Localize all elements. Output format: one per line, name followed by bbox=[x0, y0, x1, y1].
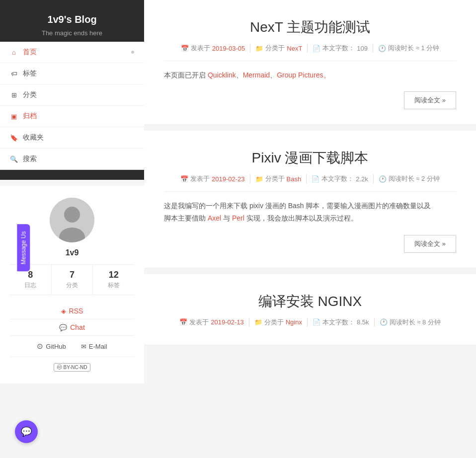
category-link-2[interactable]: Bash bbox=[287, 175, 302, 183]
wordcount-value-2: 2.2k bbox=[356, 175, 368, 183]
nav-label-bookmarks: 收藏夹 bbox=[23, 133, 44, 142]
search-icon: 🔍 bbox=[10, 155, 18, 163]
calendar-icon-1: 📅 bbox=[181, 45, 189, 52]
folder-icon-3: 📁 bbox=[254, 318, 262, 326]
nav-label-search: 搜索 bbox=[23, 154, 37, 163]
read-more-container-1: 阅读全文 » bbox=[164, 91, 456, 109]
date-link-2[interactable]: 2019-02-23 bbox=[212, 175, 245, 183]
calendar-icon-2: 📅 bbox=[180, 175, 188, 183]
svg-point-1 bbox=[64, 207, 80, 223]
post-wordcount-3: 📄 本文字数： 8.5k bbox=[308, 318, 375, 327]
perl-link[interactable]: Perl bbox=[232, 214, 244, 222]
nav-label-categories: 分类 bbox=[23, 90, 37, 99]
category-label-1: 分类于 bbox=[265, 44, 285, 53]
quicklink-link[interactable]: Quicklink bbox=[208, 71, 236, 79]
nav-label-home: 首页 bbox=[23, 48, 37, 57]
post-category-1: 📁 分类于 NexT bbox=[250, 44, 308, 53]
nav-item-tags[interactable]: 🏷 标签 bbox=[0, 63, 144, 84]
social-links: ⊙ GitHub ✉ E-Mail bbox=[10, 336, 134, 357]
axel-link[interactable]: Axel bbox=[208, 214, 221, 222]
date-link-3[interactable]: 2019-02-13 bbox=[211, 318, 244, 326]
grid-icon: ⊞ bbox=[10, 91, 18, 99]
date-label-1: 发表于 bbox=[191, 44, 210, 53]
stat-tags-number: 12 bbox=[93, 270, 134, 280]
post-meta-3: 📅 发表于 2019-02-13 📁 分类于 Nginx 📄 本文字数： 8.5… bbox=[164, 318, 456, 327]
stat-tags: 12 标签 bbox=[93, 265, 134, 295]
post-date-2: 📅 发表于 2019-02-23 bbox=[175, 174, 250, 183]
post-readtime-1: 🕐 阅读时长 ≈ 1 分钟 bbox=[373, 44, 444, 53]
bookmark-icon: 🔖 bbox=[10, 134, 18, 142]
blog-title: 1v9's Blog bbox=[10, 14, 134, 25]
stat-categories: 7 分类 bbox=[52, 265, 93, 295]
read-more-btn-1[interactable]: 阅读全文 » bbox=[404, 91, 456, 109]
post-meta-2: 📅 发表于 2019-02-23 📁 分类于 Bash 📄 本文字数： 2.2k… bbox=[164, 174, 456, 183]
post-readtime-3: 🕐 阅读时长 ≈ 8 分钟 bbox=[375, 318, 446, 327]
separator-2 bbox=[164, 191, 456, 192]
grouppictures-link[interactable]: Group Pictures。 bbox=[277, 71, 330, 79]
archive-icon: ▣ bbox=[10, 112, 18, 120]
post-readtime-2: 🕐 阅读时长 ≈ 2 分钟 bbox=[374, 174, 445, 183]
chat-bubble-icon: 💬 bbox=[21, 426, 32, 437]
rss-label: RSS bbox=[69, 307, 83, 315]
profile-card: 1v9 8 日志 7 分类 12 标签 ◈ RSS 💬 Chat bbox=[0, 186, 144, 383]
message-us-tab[interactable]: Message Us bbox=[17, 225, 30, 272]
avatar bbox=[50, 198, 94, 242]
clock-icon-2: 🕐 bbox=[379, 175, 387, 183]
nav-card: 1v9's Blog The magic ends here 首页 🏷 标签 ⊞ bbox=[0, 0, 144, 180]
email-label: E-Mail bbox=[89, 343, 107, 350]
nav-label-tags: 标签 bbox=[23, 69, 37, 78]
nav-label-archives: 归档 bbox=[23, 112, 37, 121]
github-label: GitHub bbox=[46, 343, 66, 350]
home-icon bbox=[10, 48, 18, 56]
chat-icon: 💬 bbox=[59, 324, 67, 331]
post-card-2: Pixiv 漫画下载脚本 📅 发表于 2019-02-23 📁 分类于 Bash… bbox=[144, 131, 476, 268]
doc-icon-1: 📄 bbox=[313, 45, 320, 52]
readtime-value-1: 阅读时长 ≈ 1 分钟 bbox=[388, 44, 439, 53]
category-link-3[interactable]: Nginx bbox=[286, 318, 302, 326]
rss-icon: ◈ bbox=[61, 307, 66, 315]
post-meta-1: 📅 发表于 2019-03-05 📁 分类于 NexT 📄 本文字数： 109 … bbox=[164, 44, 456, 53]
license-area: 🅭 BY-NC-ND bbox=[10, 357, 134, 374]
nav-item-categories[interactable]: ⊞ 分类 bbox=[0, 84, 144, 106]
stat-posts-label: 日志 bbox=[10, 281, 51, 290]
tag-icon: 🏷 bbox=[10, 70, 18, 77]
license-badge: 🅭 BY-NC-ND bbox=[54, 363, 91, 372]
chat-link[interactable]: 💬 Chat bbox=[10, 319, 134, 336]
github-icon: ⊙ bbox=[37, 342, 43, 351]
chat-label: Chat bbox=[70, 323, 85, 331]
post-card-3: 编译安装 NGINX 📅 发表于 2019-02-13 📁 分类于 Nginx … bbox=[144, 274, 476, 345]
stat-categories-label: 分类 bbox=[52, 281, 93, 290]
post-category-3: 📁 分类于 Nginx bbox=[249, 318, 308, 327]
post-wordcount-2: 📄 本文字数： 2.2k bbox=[307, 174, 374, 183]
category-link-1[interactable]: NexT bbox=[287, 45, 302, 52]
clock-icon-1: 🕐 bbox=[378, 45, 386, 52]
separator-1 bbox=[164, 61, 456, 61]
read-more-container-2: 阅读全文 » bbox=[164, 235, 456, 253]
nav-item-bookmarks[interactable]: 🔖 收藏夹 bbox=[0, 127, 144, 149]
chat-bubble-button[interactable]: 💬 bbox=[15, 420, 38, 443]
rss-link[interactable]: ◈ RSS bbox=[10, 303, 134, 319]
email-link[interactable]: ✉ E-Mail bbox=[81, 342, 107, 351]
post-date-3: 📅 发表于 2019-02-13 bbox=[174, 318, 249, 327]
stat-posts-number: 8 bbox=[10, 270, 51, 280]
main-content: NexT 主题功能测试 📅 发表于 2019-03-05 📁 分类于 NexT … bbox=[144, 0, 476, 458]
post-wordcount-1: 📄 本文字数： 109 bbox=[308, 44, 373, 53]
mermaid-link[interactable]: Mermaid bbox=[243, 71, 270, 79]
read-more-btn-2[interactable]: 阅读全文 » bbox=[404, 235, 456, 253]
date-link-1[interactable]: 2019-03-05 bbox=[212, 45, 245, 52]
nav-item-search[interactable]: 🔍 搜索 bbox=[0, 149, 144, 170]
post-title-3: 编译安装 NGINX bbox=[164, 292, 456, 311]
wordcount-value-3: 8.5k bbox=[357, 318, 369, 326]
post-title-2: Pixiv 漫画下载脚本 bbox=[164, 149, 456, 167]
post-title-1: NexT 主题功能测试 bbox=[164, 18, 456, 37]
stat-tags-label: 标签 bbox=[93, 281, 134, 290]
post-category-2: 📁 分类于 Bash bbox=[250, 174, 307, 183]
github-link[interactable]: ⊙ GitHub bbox=[37, 342, 66, 351]
nav-item-home[interactable]: 首页 bbox=[0, 42, 144, 63]
doc-icon-2: 📄 bbox=[312, 175, 319, 183]
doc-icon-3: 📄 bbox=[313, 318, 320, 326]
blog-subtitle: The magic ends here bbox=[10, 29, 134, 37]
post-date-1: 📅 发表于 2019-03-05 bbox=[176, 44, 251, 53]
nav-item-archives[interactable]: ▣ 归档 bbox=[0, 106, 144, 127]
nav-menu: 首页 🏷 标签 ⊞ 分类 ▣ 归档 bbox=[0, 42, 144, 170]
